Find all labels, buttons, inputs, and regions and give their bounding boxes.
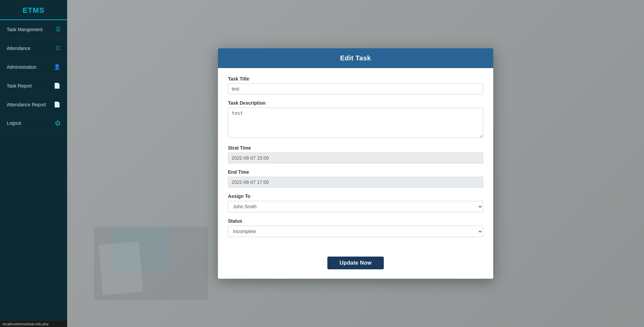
task-description-input[interactable] bbox=[228, 108, 483, 138]
status-url: localhost/etms/task-info.php bbox=[3, 322, 48, 326]
sidebar-item-task-report[interactable]: Task Report 📄 bbox=[0, 76, 67, 95]
modal-body: Task Title Task Description Strat Time E… bbox=[218, 68, 493, 253]
start-time-input bbox=[228, 153, 483, 163]
sidebar-item-attendance-report[interactable]: Attendance Report 📄 bbox=[0, 95, 67, 114]
sidebar-label-administration: Administration bbox=[7, 64, 37, 70]
start-time-group: Strat Time bbox=[228, 145, 483, 163]
assign-to-label: Assign To bbox=[228, 194, 483, 199]
sidebar-label-task-report: Task Report bbox=[7, 83, 32, 89]
sidebar-item-administration[interactable]: Administration 👤 bbox=[0, 58, 67, 76]
sidebar-label-task-management: Task Mangement bbox=[7, 27, 43, 32]
assign-to-select[interactable]: John Smith Jane Doe bbox=[228, 201, 483, 212]
assign-to-group: Assign To John Smith Jane Doe bbox=[228, 194, 483, 212]
task-title-group: Task Title bbox=[228, 76, 483, 94]
end-time-label: End Time bbox=[228, 169, 483, 175]
main-content: Edit Task Task Title Task Description St… bbox=[67, 0, 644, 327]
edit-task-modal: Edit Task Task Title Task Description St… bbox=[218, 48, 493, 279]
sidebar-label-logout: Logout bbox=[7, 120, 21, 126]
task-title-label: Task Title bbox=[228, 76, 483, 81]
status-bar: localhost/etms/task-info.php bbox=[0, 321, 67, 327]
status-label: Status bbox=[228, 218, 483, 224]
sidebar: ETMS Task Mangement ☰ Attendance ☷ Admin… bbox=[0, 0, 67, 327]
end-time-input bbox=[228, 177, 483, 187]
modal-overlay: Edit Task Task Title Task Description St… bbox=[67, 0, 644, 327]
app-logo: ETMS bbox=[0, 0, 67, 20]
modal-title: Edit Task bbox=[218, 48, 493, 68]
status-group: Status Incomplete Complete In Progress bbox=[228, 218, 483, 237]
sidebar-label-attendance: Attendance bbox=[7, 46, 31, 51]
sidebar-item-attendance[interactable]: Attendance ☷ bbox=[0, 39, 67, 58]
modal-footer: Update Now bbox=[218, 253, 493, 279]
task-description-group: Task Description bbox=[228, 100, 483, 139]
attendance-icon: ☷ bbox=[56, 45, 60, 51]
administration-icon: 👤 bbox=[54, 64, 60, 70]
task-title-input[interactable] bbox=[228, 84, 483, 94]
sidebar-item-task-management[interactable]: Task Mangement ☰ bbox=[0, 20, 67, 39]
update-now-button[interactable]: Update Now bbox=[327, 257, 383, 269]
sidebar-item-logout[interactable]: Logout ⏻ bbox=[0, 114, 67, 132]
task-description-label: Task Description bbox=[228, 100, 483, 106]
end-time-group: End Time bbox=[228, 169, 483, 187]
logout-icon: ⏻ bbox=[55, 120, 60, 126]
task-report-icon: 📄 bbox=[54, 83, 60, 89]
status-select[interactable]: Incomplete Complete In Progress bbox=[228, 226, 483, 237]
sidebar-label-attendance-report: Attendance Report bbox=[7, 102, 46, 107]
task-management-icon: ☰ bbox=[56, 26, 60, 33]
start-time-label: Strat Time bbox=[228, 145, 483, 151]
attendance-report-icon: 📄 bbox=[54, 101, 60, 108]
